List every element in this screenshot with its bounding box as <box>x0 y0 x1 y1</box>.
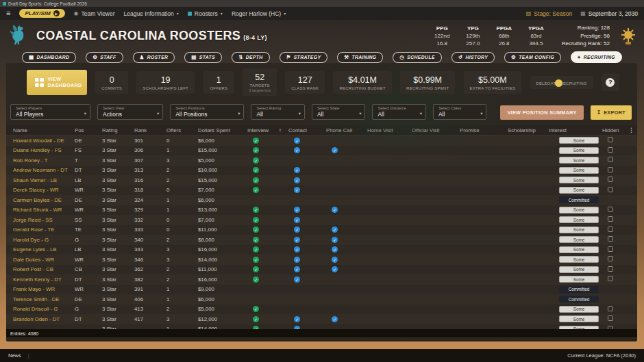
table-row[interactable]: Derek Stacey - WR WR 3 Star 318 0 $7,000… <box>6 185 637 196</box>
hidden-checkbox[interactable] <box>608 187 613 192</box>
interview-cell[interactable]: ✓ <box>247 306 288 312</box>
interest-button[interactable]: Some <box>559 306 599 313</box>
interest-button[interactable]: Committed <box>559 296 599 302</box>
col-interview[interactable]: Interview↑ <box>247 127 288 133</box>
hidden-checkbox[interactable] <box>608 207 613 212</box>
interview-cell[interactable]: ✓ <box>247 177 288 183</box>
hidden-checkbox[interactable] <box>608 315 613 321</box>
tab-schedule[interactable]: ◷SCHEDULE <box>393 52 442 63</box>
interest-button[interactable]: Some <box>559 315 599 322</box>
interview-cell[interactable]: ✓ <box>247 266 288 272</box>
tab-staff[interactable]: ⚙STAFF <box>86 52 123 63</box>
table-row[interactable]: Eugene Lyles - LB LB 3 Star 343 3 $16,00… <box>6 245 637 255</box>
interest-button[interactable]: Some <box>559 167 599 174</box>
hidden-checkbox[interactable] <box>608 227 613 232</box>
recruit-name-link[interactable]: Kenneth Kenny - DT <box>13 276 75 283</box>
phone-call-cell[interactable] <box>326 186 367 194</box>
tab-training[interactable]: ⚒TRAINING <box>337 52 383 63</box>
contact-cell[interactable]: ✓ <box>288 266 326 272</box>
menu-league-information[interactable]: League Information ▾ <box>124 10 179 17</box>
table-row[interactable]: 3 Star 1 $14,000 ✓ ✓ Some <box>6 324 637 330</box>
col-scholarship[interactable]: Scholarship <box>508 127 549 133</box>
phone-call-cell[interactable] <box>326 137 367 144</box>
contact-cell[interactable] <box>288 296 326 303</box>
select-state[interactable]: Select StateAll▾ <box>312 104 366 120</box>
recruit-name-link[interactable]: Howard Woodall - DE <box>13 138 75 144</box>
table-row[interactable]: Duane Hundley - FS FS 3 Star 306 1 $15,0… <box>6 146 637 156</box>
interest-button[interactable]: Committed <box>559 286 599 293</box>
recruit-name-link[interactable]: Richard Strunk - WR <box>13 207 75 213</box>
table-row[interactable]: Ronald Driscoll - G G 3 Star 413 2 $5,00… <box>6 305 637 315</box>
hidden-checkbox[interactable] <box>608 246 613 252</box>
interview-cell[interactable]: ✓ <box>247 167 288 173</box>
interest-button[interactable]: Some <box>559 157 599 164</box>
phone-call-cell[interactable] <box>326 166 367 174</box>
recruit-name-link[interactable]: Eugene Lyles - LB <box>13 246 75 253</box>
col-hidden[interactable]: Hidden <box>602 127 626 133</box>
phone-call-cell[interactable]: ✓ <box>326 207 367 213</box>
table-row[interactable]: Rob Roney - T T 3 Star 307 3 $5,000 ✓ So… <box>6 155 637 166</box>
play-sim-button[interactable]: PLAY/SIM ▶ <box>19 9 64 18</box>
interest-button[interactable]: Some <box>559 147 599 154</box>
tab-history[interactable]: ↺HISTORY <box>451 52 495 63</box>
select-class[interactable]: Select ClassAll▾ <box>433 104 487 120</box>
interview-cell[interactable]: ✓ <box>247 207 288 213</box>
hidden-checkbox[interactable] <box>608 236 613 242</box>
table-row[interactable]: Kenneth Kenny - DT DT 3 Star 382 2 $16,0… <box>6 274 637 285</box>
hidden-checkbox[interactable] <box>608 216 613 222</box>
col-interest[interactable]: Interest <box>549 127 602 133</box>
interview-cell[interactable]: ✓ <box>247 138 288 144</box>
contact-cell[interactable]: ✓ <box>288 316 326 322</box>
interview-cell[interactable] <box>247 296 288 303</box>
interview-cell[interactable]: ✓ <box>247 217 288 223</box>
tab-stats[interactable]: ▤STATS <box>184 52 222 63</box>
contact-cell[interactable]: ✓ <box>288 167 326 173</box>
phone-call-cell[interactable] <box>326 285 367 293</box>
contact-cell[interactable]: ✓ <box>288 177 326 183</box>
help-button[interactable]: ? <box>606 78 615 87</box>
table-row[interactable]: Shaun Varner - LB LB 3 Star 316 2 $15,00… <box>6 175 637 185</box>
contact-cell[interactable]: ✓ <box>288 237 326 243</box>
interview-cell[interactable] <box>247 196 288 204</box>
col-name[interactable]: Name <box>13 127 75 133</box>
table-row[interactable]: Dale Dukes - WR WR 3 Star 346 3 $14,000 … <box>6 255 637 265</box>
interest-button[interactable]: Some <box>559 236 599 243</box>
col-dollars-spent[interactable]: Dollars Spent <box>198 127 247 133</box>
interview-cell[interactable]: ✓ <box>247 227 288 233</box>
interview-cell[interactable] <box>247 285 288 293</box>
export-button[interactable]: ↧ EXPORT <box>591 105 632 120</box>
recruit-name-link[interactable]: Andrew Neomann - DT <box>13 167 75 173</box>
tab-dashboard[interactable]: ▦DASHBOARD <box>22 52 76 63</box>
contact-cell[interactable]: ✓ <box>288 276 326 283</box>
col-phone-call[interactable]: Phone Call <box>326 127 367 133</box>
recruit-name-link[interactable]: Duane Hundley - FS <box>13 147 75 153</box>
select-positions[interactable]: Select PositionsAll Positions▾ <box>170 104 244 120</box>
table-row[interactable]: Howard Woodall - DE DE 3 Star 301 0 $8,0… <box>6 135 637 146</box>
select-view[interactable]: Select ViewActions▾ <box>97 104 163 120</box>
menu-coach[interactable]: Roger Harlow (HC) ▾ <box>232 10 286 17</box>
col-home-visit[interactable]: Home Visit <box>367 127 412 133</box>
interest-button[interactable]: Committed <box>559 196 599 203</box>
col-promise[interactable]: Promise <box>460 127 508 133</box>
hidden-checkbox[interactable] <box>608 266 613 272</box>
col-rating[interactable]: Rating <box>102 127 134 133</box>
col-pos[interactable]: Pos <box>75 127 102 133</box>
tab-roster[interactable]: ♟ROSTER <box>133 52 175 63</box>
recruit-name-link[interactable]: Carmen Boyles - DE <box>13 197 75 203</box>
tab-strategy[interactable]: ⚑STRATEGY <box>280 52 328 63</box>
table-row[interactable]: Jorge Reed - SS SS 3 Star 332 0 $7,000 ✓… <box>6 215 637 225</box>
menu-team-viewer[interactable]: ◉ Team Viewer <box>74 10 115 17</box>
interest-button[interactable]: Some <box>559 326 599 329</box>
interest-button[interactable]: Some <box>559 227 599 233</box>
phone-call-cell[interactable]: ✓ <box>326 257 367 263</box>
hidden-checkbox[interactable] <box>608 276 613 281</box>
hamburger-icon[interactable]: ≡ <box>6 10 10 17</box>
contact-cell[interactable] <box>288 196 326 204</box>
recruit-name-link[interactable]: Jorge Reed - SS <box>13 217 75 223</box>
interest-button[interactable]: Some <box>559 137 599 144</box>
interest-button[interactable]: Some <box>559 207 599 214</box>
contact-cell[interactable]: ✓ <box>288 147 326 153</box>
recruit-name-link[interactable]: Terence Smith - DE <box>13 296 75 302</box>
hidden-checkbox[interactable] <box>608 147 613 153</box>
recruit-name-link[interactable]: Derek Stacey - WR <box>13 187 75 193</box>
